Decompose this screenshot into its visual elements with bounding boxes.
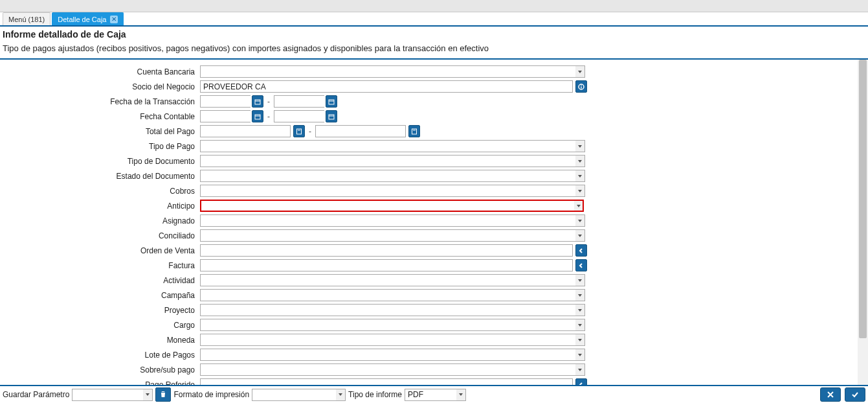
cancel-button[interactable] [820, 387, 841, 402]
chevron-down-icon [578, 235, 582, 237]
lote-pagos-field[interactable] [200, 349, 575, 361]
moneda-field[interactable] [200, 334, 575, 346]
label-proyecto: Proyecto [1, 306, 200, 315]
proyecto-dropdown[interactable] [575, 304, 585, 316]
svg-point-1 [581, 85, 582, 86]
top-toolbar [0, 0, 868, 12]
total-pago-to[interactable] [315, 125, 406, 137]
label-lote-pagos: Lote de Pagos [1, 351, 200, 360]
cobros-dropdown[interactable] [575, 185, 585, 197]
fecha-contable-to-calendar[interactable] [326, 110, 337, 122]
actividad-dropdown[interactable] [575, 274, 585, 286]
chevron-down-icon [459, 393, 463, 396]
fecha-transaccion-from[interactable] [200, 95, 250, 108]
formato-impresion-field[interactable] [252, 389, 336, 401]
cuenta-bancaria-dropdown[interactable] [575, 65, 585, 78]
calendar-icon [254, 98, 261, 105]
chevron-down-icon [578, 294, 582, 297]
fecha-transaccion-to[interactable] [274, 95, 324, 108]
delete-button[interactable] [155, 387, 171, 402]
orden-venta-field[interactable] [200, 244, 573, 257]
cargo-dropdown[interactable] [575, 319, 585, 331]
chevron-down-icon [578, 145, 582, 148]
calculator-icon [411, 128, 417, 135]
arrow-left-icon [578, 248, 584, 254]
estado-documento-field[interactable] [200, 170, 575, 182]
factura-lookup-button[interactable] [575, 259, 587, 271]
formato-impresion-dropdown[interactable] [336, 389, 346, 401]
vertical-scrollbar[interactable] [858, 60, 868, 386]
svg-rect-11 [297, 129, 302, 134]
fecha-contable-from[interactable] [200, 110, 250, 122]
moneda-dropdown[interactable] [575, 334, 585, 346]
fecha-contable-from-calendar[interactable] [252, 110, 263, 122]
info-icon [578, 84, 584, 90]
svg-rect-2 [581, 86, 581, 88]
cobros-field[interactable] [200, 185, 575, 197]
tipo-pago-dropdown[interactable] [575, 140, 585, 152]
tipo-documento-dropdown[interactable] [575, 155, 585, 167]
total-pago-to-calc[interactable] [408, 125, 420, 137]
socio-negocio-field[interactable]: PROVEEDOR CA [200, 80, 573, 93]
label-formato-impresion: Formato de impresión [173, 390, 249, 399]
tabs-bar: Menú (181) Detalle de Caja ✕ [0, 12, 868, 27]
label-total-pago: Total del Pago [1, 127, 200, 136]
total-pago-from-calc[interactable] [293, 125, 305, 137]
anticipo-dropdown[interactable] [574, 200, 584, 212]
tipo-informe-field[interactable]: PDF [405, 389, 456, 401]
label-cobros: Cobros [1, 187, 200, 196]
asignado-field[interactable] [200, 214, 575, 227]
total-pago-from[interactable] [200, 125, 291, 137]
fecha-transaccion-to-calendar[interactable] [326, 95, 337, 108]
lote-pagos-dropdown[interactable] [575, 349, 585, 361]
label-actividad: Actividad [1, 276, 200, 285]
conciliado-dropdown[interactable] [575, 229, 585, 242]
socio-negocio-lookup-button[interactable] [575, 80, 587, 93]
label-fecha-transaccion: Fecha de la Transacción [1, 97, 200, 106]
proyecto-field[interactable] [200, 304, 575, 316]
guardar-parametro-dropdown[interactable] [143, 389, 153, 401]
factura-field[interactable] [200, 259, 573, 271]
tab-menu[interactable]: Menú (181) [3, 12, 50, 25]
chevron-down-icon [578, 354, 582, 356]
sobre-sub-pago-dropdown[interactable] [575, 363, 585, 376]
scrollbar-thumb[interactable] [859, 60, 867, 338]
tab-detalle-caja-label: Detalle de Caja [58, 16, 106, 23]
anticipo-field[interactable] [200, 200, 574, 212]
campana-dropdown[interactable] [575, 289, 585, 301]
campana-field[interactable] [200, 289, 575, 301]
chevron-down-icon [339, 393, 342, 396]
label-orden-venta: Orden de Venta [1, 246, 200, 255]
tipo-informe-dropdown[interactable] [456, 389, 466, 401]
orden-venta-lookup-button[interactable] [575, 244, 587, 257]
confirm-button[interactable] [845, 387, 865, 402]
chevron-down-icon [578, 339, 582, 341]
cuenta-bancaria-field[interactable] [200, 65, 575, 78]
guardar-parametro-field[interactable] [72, 389, 143, 401]
chevron-down-icon [578, 279, 582, 282]
chevron-down-icon [578, 160, 582, 163]
label-fecha-contable: Fecha Contable [1, 112, 200, 121]
tipo-pago-field[interactable] [200, 140, 575, 152]
tipo-documento-field[interactable] [200, 155, 575, 167]
close-icon[interactable]: ✕ [110, 16, 118, 23]
fecha-transaccion-from-calendar[interactable] [252, 95, 263, 108]
form-wrapper: Cuenta Bancaria Socio del Negocio PROVEE… [0, 60, 868, 386]
asignado-dropdown[interactable] [575, 214, 585, 227]
cargo-field[interactable] [200, 319, 575, 331]
conciliado-field[interactable] [200, 229, 575, 242]
svg-rect-9 [329, 115, 334, 119]
tab-detalle-caja[interactable]: Detalle de Caja ✕ [52, 12, 124, 25]
estado-documento-dropdown[interactable] [575, 170, 585, 182]
fecha-contable-to[interactable] [274, 110, 324, 122]
chevron-down-icon [578, 175, 582, 178]
svg-rect-13 [412, 129, 417, 134]
chevron-down-icon [578, 369, 582, 371]
svg-rect-3 [255, 100, 260, 104]
arrow-left-icon [578, 262, 584, 269]
calendar-icon [328, 113, 335, 120]
sobre-sub-pago-field[interactable] [200, 363, 575, 376]
x-icon [826, 390, 835, 399]
label-tipo-documento: Tipo de Documento [1, 157, 200, 166]
actividad-field[interactable] [200, 274, 575, 286]
